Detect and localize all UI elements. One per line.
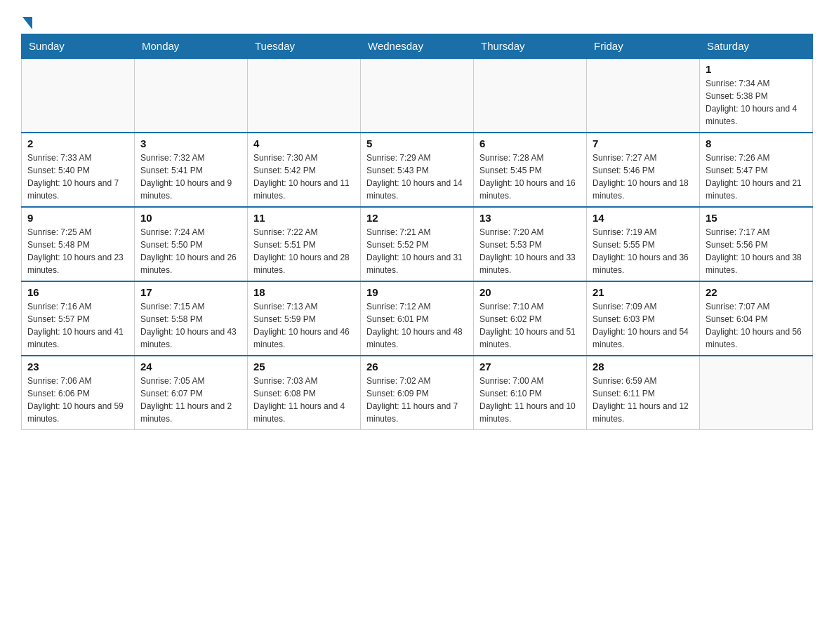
day-info: Sunrise: 7:15 AM Sunset: 5:58 PM Dayligh…: [140, 300, 241, 351]
calendar-cell: 20Sunrise: 7:10 AM Sunset: 6:02 PM Dayli…: [474, 281, 587, 356]
calendar-cell: 13Sunrise: 7:20 AM Sunset: 5:53 PM Dayli…: [474, 207, 587, 281]
day-number: 13: [479, 212, 581, 224]
day-info: Sunrise: 7:34 AM Sunset: 5:38 PM Dayligh…: [706, 77, 807, 128]
day-number: 8: [706, 137, 807, 149]
day-number: 9: [27, 212, 128, 224]
calendar-cell: 21Sunrise: 7:09 AM Sunset: 6:03 PM Dayli…: [587, 281, 700, 356]
day-info: Sunrise: 7:02 AM Sunset: 6:09 PM Dayligh…: [366, 375, 468, 425]
day-header-wednesday: Wednesday: [361, 34, 474, 59]
day-info: Sunrise: 7:13 AM Sunset: 5:59 PM Dayligh…: [253, 300, 355, 351]
calendar-week-row: 23Sunrise: 7:06 AM Sunset: 6:06 PM Dayli…: [22, 356, 813, 430]
calendar-cell: 14Sunrise: 7:19 AM Sunset: 5:55 PM Dayli…: [587, 207, 700, 281]
day-info: Sunrise: 7:24 AM Sunset: 5:50 PM Dayligh…: [140, 226, 241, 276]
day-info: Sunrise: 7:12 AM Sunset: 6:01 PM Dayligh…: [366, 300, 468, 351]
day-info: Sunrise: 7:21 AM Sunset: 5:52 PM Dayligh…: [366, 226, 468, 276]
day-number: 11: [253, 212, 355, 224]
day-header-tuesday: Tuesday: [248, 34, 361, 59]
day-info: Sunrise: 7:17 AM Sunset: 5:56 PM Dayligh…: [706, 226, 807, 276]
day-info: Sunrise: 7:10 AM Sunset: 6:02 PM Dayligh…: [479, 300, 581, 351]
calendar-cell: [361, 58, 474, 133]
calendar-cell: 12Sunrise: 7:21 AM Sunset: 5:52 PM Dayli…: [361, 207, 474, 281]
day-number: 19: [366, 286, 468, 298]
calendar-cell: 2Sunrise: 7:33 AM Sunset: 5:40 PM Daylig…: [22, 133, 135, 207]
day-info: Sunrise: 7:25 AM Sunset: 5:48 PM Dayligh…: [27, 226, 128, 276]
calendar-cell: 11Sunrise: 7:22 AM Sunset: 5:51 PM Dayli…: [248, 207, 361, 281]
day-info: Sunrise: 7:20 AM Sunset: 5:53 PM Dayligh…: [479, 226, 581, 276]
calendar-cell: 16Sunrise: 7:16 AM Sunset: 5:57 PM Dayli…: [22, 281, 135, 356]
calendar-week-row: 1Sunrise: 7:34 AM Sunset: 5:38 PM Daylig…: [22, 58, 813, 133]
day-number: 24: [140, 361, 241, 373]
day-header-saturday: Saturday: [700, 34, 813, 59]
day-number: 5: [366, 137, 468, 149]
day-info: Sunrise: 6:59 AM Sunset: 6:11 PM Dayligh…: [593, 375, 694, 425]
calendar-cell: 3Sunrise: 7:32 AM Sunset: 5:41 PM Daylig…: [135, 133, 248, 207]
day-number: 26: [366, 361, 468, 373]
day-number: 22: [706, 286, 807, 298]
calendar-cell: [22, 58, 135, 133]
day-number: 21: [593, 286, 694, 298]
day-info: Sunrise: 7:05 AM Sunset: 6:07 PM Dayligh…: [140, 375, 241, 425]
calendar-cell: 17Sunrise: 7:15 AM Sunset: 5:58 PM Dayli…: [135, 281, 248, 356]
calendar-cell: 18Sunrise: 7:13 AM Sunset: 5:59 PM Dayli…: [248, 281, 361, 356]
day-number: 23: [27, 361, 128, 373]
calendar-cell: [474, 58, 587, 133]
calendar-cell: 5Sunrise: 7:29 AM Sunset: 5:43 PM Daylig…: [361, 133, 474, 207]
day-number: 12: [366, 212, 468, 224]
day-number: 7: [593, 137, 694, 149]
calendar-cell: 6Sunrise: 7:28 AM Sunset: 5:45 PM Daylig…: [474, 133, 587, 207]
day-number: 18: [253, 286, 355, 298]
calendar-cell: 8Sunrise: 7:26 AM Sunset: 5:47 PM Daylig…: [700, 133, 813, 207]
day-number: 15: [706, 212, 807, 224]
calendar-cell: 1Sunrise: 7:34 AM Sunset: 5:38 PM Daylig…: [700, 58, 813, 133]
day-header-monday: Monday: [135, 34, 248, 59]
day-number: 14: [593, 212, 694, 224]
calendar-cell: [135, 58, 248, 133]
day-number: 2: [27, 137, 128, 149]
calendar-cell: 22Sunrise: 7:07 AM Sunset: 6:04 PM Dayli…: [700, 281, 813, 356]
calendar-cell: 27Sunrise: 7:00 AM Sunset: 6:10 PM Dayli…: [474, 356, 587, 430]
calendar-cell: 23Sunrise: 7:06 AM Sunset: 6:06 PM Dayli…: [22, 356, 135, 430]
day-number: 6: [479, 137, 581, 149]
calendar-cell: [587, 58, 700, 133]
day-number: 10: [140, 212, 241, 224]
day-info: Sunrise: 7:19 AM Sunset: 5:55 PM Dayligh…: [593, 226, 694, 276]
day-number: 4: [253, 137, 355, 149]
day-info: Sunrise: 7:33 AM Sunset: 5:40 PM Dayligh…: [27, 152, 128, 202]
logo: [21, 14, 34, 27]
calendar-cell: 10Sunrise: 7:24 AM Sunset: 5:50 PM Dayli…: [135, 207, 248, 281]
day-info: Sunrise: 7:27 AM Sunset: 5:46 PM Dayligh…: [593, 152, 694, 202]
calendar-cell: 7Sunrise: 7:27 AM Sunset: 5:46 PM Daylig…: [587, 133, 700, 207]
day-info: Sunrise: 7:26 AM Sunset: 5:47 PM Dayligh…: [706, 152, 807, 202]
calendar-cell: 9Sunrise: 7:25 AM Sunset: 5:48 PM Daylig…: [22, 207, 135, 281]
calendar-week-row: 9Sunrise: 7:25 AM Sunset: 5:48 PM Daylig…: [22, 207, 813, 281]
calendar-cell: 4Sunrise: 7:30 AM Sunset: 5:42 PM Daylig…: [248, 133, 361, 207]
calendar-week-row: 2Sunrise: 7:33 AM Sunset: 5:40 PM Daylig…: [22, 133, 813, 207]
day-info: Sunrise: 7:03 AM Sunset: 6:08 PM Dayligh…: [253, 375, 355, 425]
day-info: Sunrise: 7:00 AM Sunset: 6:10 PM Dayligh…: [479, 375, 581, 425]
day-info: Sunrise: 7:07 AM Sunset: 6:04 PM Dayligh…: [706, 300, 807, 351]
day-info: Sunrise: 7:28 AM Sunset: 5:45 PM Dayligh…: [479, 152, 581, 202]
day-number: 28: [593, 361, 694, 373]
calendar-cell: [248, 58, 361, 133]
day-number: 25: [253, 361, 355, 373]
calendar-cell: 19Sunrise: 7:12 AM Sunset: 6:01 PM Dayli…: [361, 281, 474, 356]
day-info: Sunrise: 7:32 AM Sunset: 5:41 PM Dayligh…: [140, 152, 241, 202]
day-header-friday: Friday: [587, 34, 700, 59]
calendar-cell: 26Sunrise: 7:02 AM Sunset: 6:09 PM Dayli…: [361, 356, 474, 430]
calendar-cell: 25Sunrise: 7:03 AM Sunset: 6:08 PM Dayli…: [248, 356, 361, 430]
day-info: Sunrise: 7:29 AM Sunset: 5:43 PM Dayligh…: [366, 152, 468, 202]
calendar-cell: 28Sunrise: 6:59 AM Sunset: 6:11 PM Dayli…: [587, 356, 700, 430]
day-info: Sunrise: 7:30 AM Sunset: 5:42 PM Dayligh…: [253, 152, 355, 202]
day-number: 17: [140, 286, 241, 298]
day-number: 16: [27, 286, 128, 298]
calendar-table: SundayMondayTuesdayWednesdayThursdayFrid…: [21, 34, 813, 430]
calendar-cell: [700, 356, 813, 430]
day-info: Sunrise: 7:16 AM Sunset: 5:57 PM Dayligh…: [27, 300, 128, 351]
day-header-thursday: Thursday: [474, 34, 587, 59]
calendar-cell: 24Sunrise: 7:05 AM Sunset: 6:07 PM Dayli…: [135, 356, 248, 430]
day-number: 3: [140, 137, 241, 149]
day-info: Sunrise: 7:06 AM Sunset: 6:06 PM Dayligh…: [27, 375, 128, 425]
calendar-cell: 15Sunrise: 7:17 AM Sunset: 5:56 PM Dayli…: [700, 207, 813, 281]
day-number: 27: [479, 361, 581, 373]
day-number: 1: [706, 63, 807, 75]
